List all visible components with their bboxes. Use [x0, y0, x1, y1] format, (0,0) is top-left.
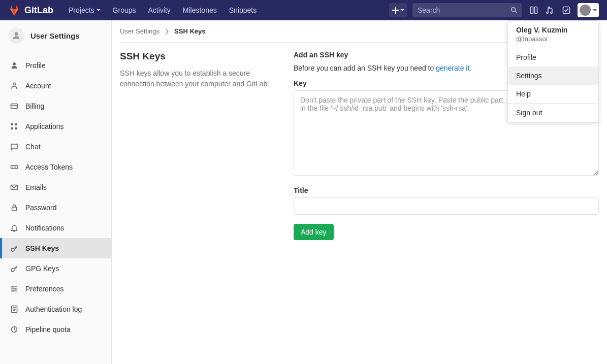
title-input[interactable] — [294, 197, 599, 215]
key-icon — [10, 264, 18, 273]
sidebar-item-label: Pipeline quota — [25, 325, 71, 334]
dropdown-user-handle: @Inpassor — [516, 35, 590, 43]
sidebar-item-ssh-keys[interactable]: SSH Keys — [0, 238, 111, 258]
nav-link-snippets[interactable]: Snippets — [224, 3, 262, 17]
svg-rect-1 — [535, 7, 537, 14]
dropdown-item-help[interactable]: Help — [508, 85, 598, 103]
gitlab-logo-icon — [8, 4, 20, 16]
sidebar-item-label: Emails — [25, 183, 47, 191]
sidebar-item-label: Authentication log — [25, 305, 82, 313]
sidebar-item-label: Preferences — [25, 285, 63, 293]
svg-rect-0 — [531, 7, 533, 14]
issues-icon-button[interactable] — [526, 2, 542, 18]
user-avatar-icon — [8, 27, 24, 44]
sidebar-title: User Settings — [30, 31, 80, 40]
breadcrumb-separator-icon: ❯ — [165, 28, 169, 35]
sidebar-item-account[interactable]: Account — [0, 76, 111, 96]
sidebar-item-chat[interactable]: Chat — [0, 137, 111, 157]
sidebar-item-notifications[interactable]: Notifications — [0, 218, 111, 238]
svg-point-17 — [12, 286, 14, 288]
user-dropdown: Oleg V. Kuzmin @Inpassor Profile Setting… — [507, 20, 599, 122]
sidebar-item-access-tokens[interactable]: Access Tokens — [0, 157, 111, 177]
dropdown-item-signout[interactable]: Sign out — [508, 104, 598, 122]
nav-links: Projects Groups Activity Milestones Snip… — [63, 3, 262, 17]
chevron-down-icon — [400, 8, 404, 12]
sidebar-item-label: Chat — [25, 143, 41, 151]
sidebar-item-label: Access Tokens — [25, 163, 73, 171]
user-menu-toggle[interactable]: Oleg V. Kuzmin @Inpassor Profile Setting… — [578, 3, 599, 17]
svg-rect-8 — [15, 127, 17, 129]
page-title: SSH Keys — [120, 51, 277, 62]
top-nav: GitLab Projects Groups Activity Mileston… — [0, 0, 607, 20]
sidebar-item-pipeline-quota[interactable]: Pipeline quota — [0, 319, 111, 340]
nav-link-activity[interactable]: Activity — [143, 3, 176, 17]
new-dropdown-button[interactable] — [389, 3, 407, 17]
brand-logo[interactable]: GitLab — [8, 4, 53, 16]
sidebar-item-authentication-log[interactable]: Authentication log — [0, 299, 111, 319]
sidebar-item-label: Password — [25, 204, 56, 212]
apps-icon — [10, 122, 18, 130]
search-input[interactable] — [412, 3, 522, 17]
chevron-down-icon — [593, 8, 597, 12]
sidebar-item-label: SSH Keys — [25, 244, 59, 252]
chevron-down-icon — [97, 8, 101, 12]
sidebar-item-applications[interactable]: Applications — [0, 116, 111, 137]
svg-point-12 — [15, 167, 16, 168]
add-key-button[interactable]: Add key — [294, 224, 334, 240]
merge-requests-icon-button[interactable] — [542, 2, 558, 18]
brand-name: GitLab — [24, 5, 53, 16]
sidebar-item-label: Billing — [25, 102, 44, 110]
todos-icon — [562, 6, 570, 14]
dropdown-item-settings[interactable]: Settings — [508, 67, 598, 85]
svg-point-3 — [13, 83, 16, 85]
page-description: SSH keys allow you to establish a secure… — [120, 68, 277, 89]
svg-rect-14 — [12, 207, 17, 211]
breadcrumb-current: SSH Keys — [174, 27, 205, 35]
search-wrap — [412, 3, 522, 17]
card-icon — [10, 102, 18, 110]
nav-link-projects[interactable]: Projects — [63, 3, 106, 17]
sidebar-item-billing[interactable]: Billing — [0, 96, 111, 116]
user-icon — [10, 61, 18, 70]
plus-icon — [392, 7, 399, 14]
todos-icon-button[interactable] — [558, 2, 574, 18]
nav-link-groups[interactable]: Groups — [108, 3, 141, 17]
sidebar-item-password[interactable]: Password — [0, 197, 111, 218]
sidebar-item-label: Account — [25, 82, 51, 90]
sidebar-item-label: Applications — [25, 122, 64, 130]
sidebar-item-gpg-keys[interactable]: GPG Keys — [0, 258, 111, 279]
dropdown-header: Oleg V. Kuzmin @Inpassor — [508, 21, 598, 48]
token-icon — [10, 163, 18, 171]
sidebar: User Settings ProfileAccountBillingAppli… — [0, 20, 112, 364]
pipeline-icon — [10, 325, 18, 334]
lock-icon — [10, 204, 18, 212]
dropdown-user-name: Oleg V. Kuzmin — [516, 26, 590, 34]
svg-rect-5 — [11, 123, 13, 125]
svg-point-10 — [12, 167, 13, 168]
log-icon — [10, 305, 18, 313]
merge-request-icon — [546, 6, 554, 14]
dropdown-item-profile[interactable]: Profile — [508, 48, 598, 67]
account-icon — [10, 82, 18, 90]
sidebar-item-profile[interactable]: Profile — [0, 55, 111, 76]
svg-point-18 — [15, 288, 17, 290]
sidebar-item-emails[interactable]: Emails — [0, 177, 111, 197]
avatar — [580, 5, 591, 16]
sidebar-item-preferences[interactable]: Preferences — [0, 279, 111, 299]
key-icon — [10, 244, 18, 252]
issues-icon — [530, 6, 538, 14]
sidebar-header[interactable]: User Settings — [0, 20, 111, 51]
title-label: Title — [294, 186, 599, 194]
bell-icon — [10, 224, 18, 232]
breadcrumb-parent[interactable]: User Settings — [120, 27, 159, 35]
svg-point-11 — [14, 167, 15, 168]
svg-rect-7 — [11, 127, 13, 129]
svg-rect-6 — [15, 123, 17, 125]
svg-point-19 — [13, 290, 14, 292]
generate-key-link[interactable]: generate it — [436, 64, 469, 72]
chat-icon — [10, 143, 18, 151]
nav-link-milestones[interactable]: Milestones — [178, 3, 222, 17]
svg-rect-4 — [11, 104, 18, 109]
sidebar-item-label: Profile — [25, 61, 46, 70]
sidebar-item-label: Notifications — [25, 224, 64, 232]
